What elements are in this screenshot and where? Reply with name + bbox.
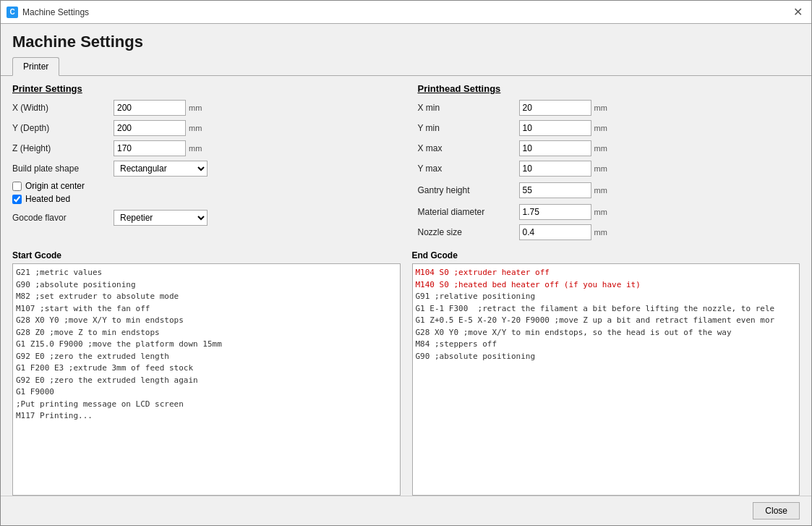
build-plate-row: Build plate shape Rectangular Elliptic: [12, 161, 395, 177]
app-icon: C: [7, 7, 18, 18]
ymax-input[interactable]: [519, 161, 591, 177]
material-diameter-unit: mm: [594, 208, 609, 216]
z-height-input[interactable]: [114, 140, 186, 156]
xmin-row: X min mm: [418, 100, 800, 116]
nozzle-size-unit: mm: [594, 228, 609, 237]
origin-at-center-row: Origin at center: [12, 181, 395, 191]
printhead-settings-panel: Printhead Settings X min mm Y min mm X m…: [406, 83, 800, 245]
ymin-unit: mm: [594, 124, 609, 132]
z-height-row: Z (Height) mm: [12, 140, 395, 156]
y-depth-input[interactable]: [114, 120, 186, 136]
heated-bed-row: Heated bed: [12, 194, 395, 204]
printhead-settings-title: Printhead Settings: [418, 83, 800, 94]
printer-settings-panel: Printer Settings X (Width) mm Y (Depth) …: [12, 83, 406, 245]
start-gcode-container[interactable]: G21 ;metric values G90 ;absolute positio…: [12, 263, 401, 496]
ymin-input[interactable]: [519, 120, 591, 136]
origin-at-center-checkbox[interactable]: [12, 182, 22, 191]
material-diameter-input[interactable]: [519, 204, 591, 220]
window-close-button[interactable]: ✕: [790, 5, 805, 20]
z-height-unit: mm: [189, 144, 203, 153]
material-diameter-label: Material diameter: [418, 207, 519, 217]
ymin-row: Y min mm: [418, 120, 800, 136]
ymax-unit: mm: [594, 164, 609, 173]
nozzle-size-input[interactable]: [519, 224, 591, 240]
ymin-label: Y min: [418, 123, 519, 133]
xmax-row: X max mm: [418, 140, 800, 156]
origin-at-center-label: Origin at center: [25, 181, 85, 191]
main-body: Printer Settings X (Width) mm Y (Depth) …: [1, 76, 811, 496]
x-width-unit: mm: [189, 103, 203, 112]
close-button[interactable]: Close: [753, 502, 800, 519]
top-settings: Printer Settings X (Width) mm Y (Depth) …: [12, 83, 800, 245]
gcode-flavor-label: Gocode flavor: [12, 213, 114, 223]
end-gcode-container[interactable]: M104 S0 ;extruder heater off M140 S0 ;he…: [412, 263, 800, 496]
x-width-row: X (Width) mm: [12, 100, 395, 116]
title-bar: C Machine Settings ✕: [1, 1, 811, 24]
gantry-height-input[interactable]: [519, 182, 591, 198]
gcode-flavor-select[interactable]: Repetier Marlin Sprinter: [114, 210, 208, 226]
x-width-label: X (Width): [12, 103, 114, 113]
start-gcode-content: G21 ;metric values G90 ;absolute positio…: [13, 264, 400, 425]
xmax-unit: mm: [594, 144, 609, 153]
bottom-bar: Close: [1, 496, 811, 525]
gantry-height-row: Gantry height mm: [418, 182, 800, 198]
title-bar-title: Machine Settings: [22, 7, 89, 17]
tab-bar: Printer: [1, 57, 811, 76]
material-diameter-row: Material diameter mm: [418, 204, 800, 220]
gantry-height-unit: mm: [594, 186, 609, 195]
printer-settings-title: Printer Settings: [12, 83, 395, 94]
end-gcode-title: End Gcode: [412, 250, 800, 260]
xmax-label: X max: [418, 143, 519, 153]
start-gcode-block: Start Gcode G21 ;metric values G90 ;abso…: [12, 250, 401, 496]
end-gcode-block: End Gcode M104 S0 ;extruder heater off M…: [412, 250, 800, 496]
xmin-input[interactable]: [519, 100, 591, 116]
gcode-flavor-row: Gocode flavor Repetier Marlin Sprinter: [12, 210, 395, 226]
xmin-unit: mm: [594, 103, 609, 112]
xmin-label: X min: [418, 103, 519, 113]
xmax-input[interactable]: [519, 140, 591, 156]
machine-settings-window: C Machine Settings ✕ Machine Settings Pr…: [0, 0, 812, 526]
x-width-input[interactable]: [114, 100, 186, 116]
build-plate-label: Build plate shape: [12, 164, 114, 174]
y-depth-row: Y (Depth) mm: [12, 120, 395, 136]
ymax-label: Y max: [418, 164, 519, 174]
nozzle-size-label: Nozzle size: [418, 227, 519, 237]
heated-bed-checkbox[interactable]: [12, 195, 22, 204]
tab-printer[interactable]: Printer: [12, 57, 59, 76]
title-bar-left: C Machine Settings: [7, 7, 89, 18]
page-title: Machine Settings: [1, 24, 811, 57]
z-height-label: Z (Height): [12, 143, 114, 153]
gantry-height-label: Gantry height: [418, 185, 519, 195]
gcode-section: Start Gcode G21 ;metric values G90 ;abso…: [12, 250, 800, 496]
y-depth-unit: mm: [189, 124, 203, 132]
start-gcode-title: Start Gcode: [12, 250, 401, 260]
heated-bed-label: Heated bed: [25, 194, 70, 204]
y-depth-label: Y (Depth): [12, 123, 114, 133]
nozzle-size-row: Nozzle size mm: [418, 224, 800, 240]
end-gcode-content: M104 S0 ;extruder heater off M140 S0 ;he…: [413, 264, 800, 365]
build-plate-select[interactable]: Rectangular Elliptic: [114, 161, 208, 177]
ymax-row: Y max mm: [418, 161, 800, 177]
